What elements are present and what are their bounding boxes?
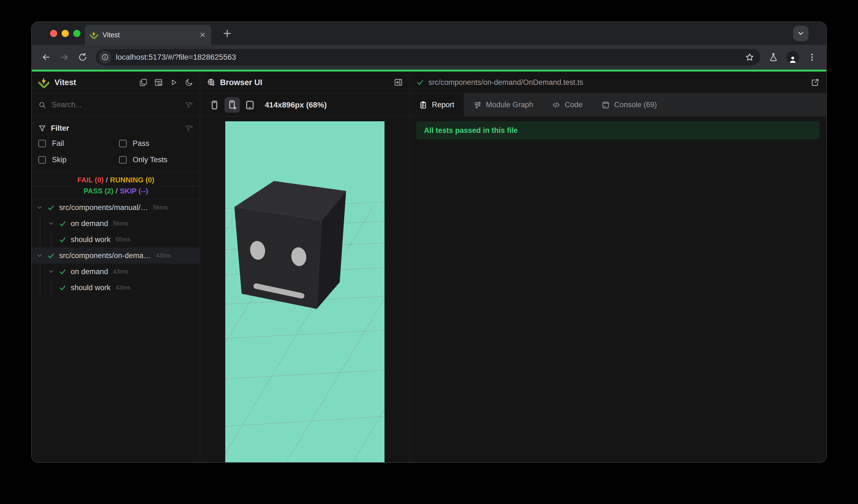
- running-count: RUNNING (0): [110, 176, 154, 184]
- filter-options: Fail Pass Skip Only Tests: [38, 139, 193, 164]
- address-bar[interactable]: localhost:5173/#/?file=1828625563: [96, 49, 760, 65]
- app-title: Vitest: [54, 78, 76, 87]
- new-tab-button[interactable]: [222, 28, 233, 39]
- pass-check-icon: [59, 284, 66, 292]
- pass-check-icon: [59, 268, 66, 276]
- flask-icon[interactable]: [769, 52, 778, 62]
- filter-option-pass[interactable]: Pass: [119, 139, 193, 148]
- all-passed-banner: All tests passed in this file: [416, 121, 820, 140]
- filter-option-only-tests[interactable]: Only Tests: [119, 156, 193, 164]
- report-icon: [419, 101, 427, 109]
- desktop: Vitest localhost:5173/#/?file=1828625563: [0, 0, 858, 504]
- collapse-panels-icon[interactable]: [139, 78, 148, 87]
- skip-count: SKIP (--): [120, 187, 148, 195]
- report-content: All tests passed in this file: [410, 117, 826, 462]
- device-phone-plus-button[interactable]: [224, 97, 240, 113]
- filter-title-row: Filter: [38, 122, 193, 134]
- checkbox-skip[interactable]: [38, 156, 46, 164]
- duration: 56ms: [113, 220, 128, 227]
- duration: 43ms: [115, 284, 130, 291]
- test-file-row[interactable]: src/components/manual/… 56ms: [32, 199, 200, 215]
- device-phone-button[interactable]: [207, 97, 222, 113]
- chevron-down-icon[interactable]: [36, 204, 43, 211]
- test-suite-row[interactable]: on demand 43ms: [32, 264, 200, 280]
- device-tablet-button[interactable]: [242, 97, 258, 113]
- page-accent-bar: [32, 70, 826, 71]
- report-tabbar: Report Module Graph Code Console (69): [410, 93, 826, 117]
- dark-mode-moon-icon[interactable]: [185, 78, 193, 87]
- dock-right-icon[interactable]: [394, 78, 403, 87]
- browser-toolbar: localhost:5173/#/?file=1828625563: [32, 45, 826, 70]
- robot-cube: [234, 181, 346, 309]
- site-info-button[interactable]: [99, 51, 111, 64]
- person-icon: [789, 55, 797, 64]
- clear-filter-icon[interactable]: [185, 101, 193, 109]
- filter-title: Filter: [51, 124, 69, 133]
- sidebar-header: Vitest: [32, 71, 200, 93]
- report-panel: src/components/on-demand/OnDemand.test.t…: [410, 71, 826, 462]
- chevron-down-icon[interactable]: [36, 252, 43, 259]
- url-text[interactable]: localhost:5173/#/?file=1828625563: [116, 53, 236, 62]
- filter-option-skip[interactable]: Skip: [38, 156, 119, 164]
- tablet-icon: [244, 99, 255, 111]
- bookmark-star-icon[interactable]: [745, 52, 754, 62]
- browser-window: Vitest localhost:5173/#/?file=1828625563: [31, 21, 827, 463]
- chevron-down-icon[interactable]: [48, 220, 54, 227]
- test-case-row[interactable]: should work 55ms: [32, 231, 200, 248]
- pass-count: PASS (2): [83, 187, 113, 195]
- tab-code[interactable]: Code: [543, 93, 592, 116]
- tab-report[interactable]: Report: [410, 93, 464, 116]
- pass-check-icon: [59, 236, 66, 243]
- test-summary: FAIL (0)/RUNNING (0) PASS (2)/SKIP (--): [32, 173, 200, 199]
- minimize-window-button[interactable]: [62, 30, 69, 37]
- checkbox-only-tests[interactable]: [119, 156, 127, 164]
- test-file-path: src/components/on-demand/OnDemand.test.t…: [428, 78, 583, 87]
- chevron-down-icon[interactable]: [48, 268, 54, 275]
- close-window-button[interactable]: [50, 30, 57, 37]
- reload-button[interactable]: [78, 52, 88, 62]
- kebab-menu-button[interactable]: [807, 52, 817, 62]
- search-input[interactable]: [52, 101, 185, 109]
- dashboard-icon[interactable]: [154, 78, 163, 87]
- vitest-ui: Vitest F: [32, 71, 826, 462]
- browser-ui-header: Browser UI: [200, 71, 409, 93]
- pass-check-icon: [47, 252, 55, 259]
- vitest-favicon: [90, 31, 98, 39]
- fullscreen-window-button[interactable]: [73, 30, 80, 37]
- test-file-row-selected[interactable]: src/components/on-dema… 43ms: [32, 248, 200, 264]
- tested-app-viewport[interactable]: [225, 121, 384, 463]
- pass-check-icon: [47, 204, 55, 211]
- browser-ui-title: Browser UI: [220, 78, 262, 87]
- module-graph-icon: [473, 101, 481, 109]
- run-all-icon[interactable]: [170, 78, 178, 87]
- window-controls: [50, 30, 80, 37]
- filter-panel: Filter Fail Pass: [32, 117, 200, 173]
- checkbox-pass[interactable]: [119, 140, 127, 147]
- fail-count: FAIL (0): [77, 176, 104, 184]
- browser-tab-vitest[interactable]: Vitest: [85, 25, 211, 45]
- external-link-icon[interactable]: [811, 78, 820, 87]
- filter-option-fail[interactable]: Fail: [38, 139, 119, 148]
- clear-filter-icon[interactable]: [185, 124, 193, 132]
- tab-console[interactable]: Console (69): [592, 93, 666, 116]
- close-tab-icon[interactable]: [199, 31, 206, 38]
- back-button[interactable]: [41, 52, 51, 62]
- tab-title: Vitest: [102, 31, 199, 39]
- duration: 43ms: [113, 268, 128, 275]
- tab-module-graph[interactable]: Module Graph: [464, 93, 543, 116]
- test-summary-lines: FAIL (0)/RUNNING (0) PASS (2)/SKIP (--): [73, 174, 159, 196]
- duration: 56ms: [153, 204, 168, 211]
- funnel-icon: [38, 125, 46, 132]
- device-toolbar: 414x896px (68%): [200, 93, 409, 117]
- profile-avatar[interactable]: [786, 51, 799, 64]
- 3d-robot-scene: [225, 121, 384, 463]
- sidebar-actions: [139, 78, 193, 87]
- tab-search-button[interactable]: [793, 26, 809, 41]
- viewport-resolution: 414x896px (68%): [265, 101, 327, 110]
- viewport-wrap: [200, 117, 409, 462]
- checkbox-fail[interactable]: [38, 140, 46, 147]
- test-case-row[interactable]: should work 43ms: [32, 280, 200, 296]
- duration: 43ms: [156, 252, 171, 259]
- test-suite-row[interactable]: on demand 56ms: [32, 215, 200, 231]
- forward-button[interactable]: [60, 52, 69, 62]
